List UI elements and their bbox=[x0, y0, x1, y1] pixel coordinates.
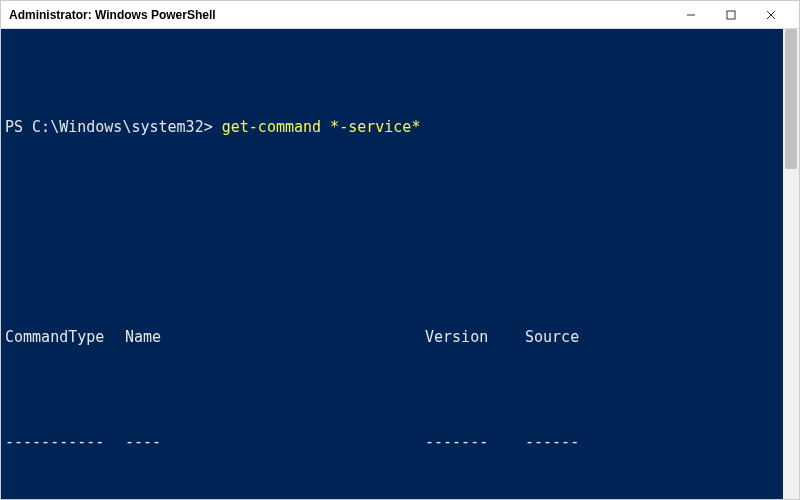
header-commandtype: CommandType bbox=[5, 324, 125, 350]
svg-rect-1 bbox=[727, 11, 735, 19]
header-name: Name bbox=[125, 324, 425, 350]
dash-version: ------- bbox=[425, 429, 525, 455]
maximize-icon bbox=[726, 10, 736, 20]
close-icon bbox=[766, 10, 776, 20]
dash-commandtype: ----------- bbox=[5, 429, 125, 455]
dash-name: ---- bbox=[125, 429, 425, 455]
minimize-button[interactable] bbox=[671, 1, 711, 29]
powershell-window: Administrator: Windows PowerShell PS C:\… bbox=[0, 0, 800, 500]
terminal-area[interactable]: PS C:\Windows\system32> get-command *-se… bbox=[1, 29, 799, 499]
close-button[interactable] bbox=[751, 1, 791, 29]
blank-line bbox=[5, 219, 793, 245]
table-dash-row: ---------------------------- bbox=[5, 429, 793, 455]
header-version: Version bbox=[425, 324, 525, 350]
table-header-row: CommandTypeNameVersionSource bbox=[5, 324, 793, 350]
window-title: Administrator: Windows PowerShell bbox=[9, 8, 671, 22]
vertical-scrollbar[interactable] bbox=[783, 29, 799, 499]
titlebar[interactable]: Administrator: Windows PowerShell bbox=[1, 1, 799, 29]
prompt-line-1: PS C:\Windows\system32> get-command *-se… bbox=[5, 114, 793, 140]
dash-source: ------ bbox=[525, 429, 793, 455]
prompt-command: get-command *-service* bbox=[222, 118, 421, 136]
header-source: Source bbox=[525, 324, 793, 350]
scrollbar-thumb[interactable] bbox=[785, 29, 797, 169]
maximize-button[interactable] bbox=[711, 1, 751, 29]
prompt-path: PS C:\Windows\system32> bbox=[5, 118, 213, 136]
minimize-icon bbox=[686, 10, 696, 20]
